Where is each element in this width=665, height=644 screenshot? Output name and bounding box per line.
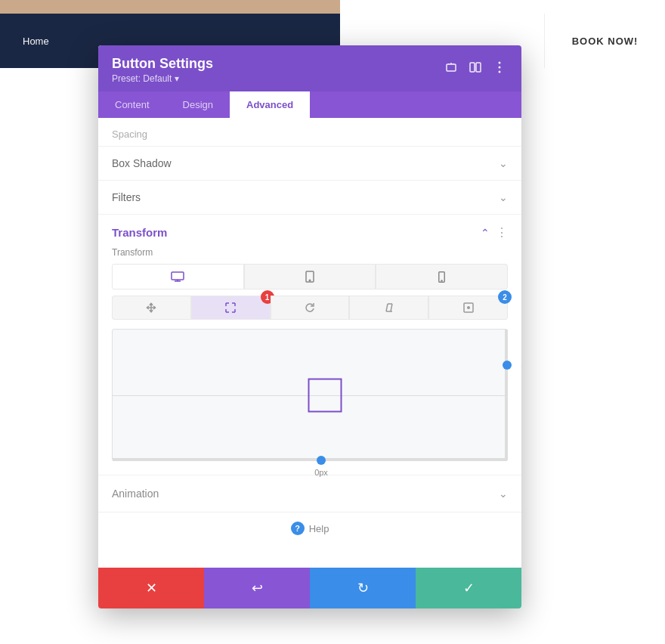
vertical-slider-track	[505, 330, 508, 460]
transform-label: Transform	[112, 247, 508, 258]
svg-rect-6	[172, 272, 184, 280]
vertical-slider-label: 50px	[521, 361, 521, 370]
transform-preview-box	[308, 378, 342, 412]
book-now-button[interactable]: BOOK NOW!	[544, 14, 665, 68]
modal-body: Spacing Box Shadow ⌄ Filters ⌄ Transform…	[98, 118, 521, 568]
svg-point-4	[499, 67, 501, 69]
animation-title: Animation	[112, 488, 159, 500]
modal-footer: ✕ ↩ ↻ ✓	[98, 568, 521, 608]
horizontal-slider-label: 0px	[314, 468, 328, 477]
transform-more-icon[interactable]: ⋮	[496, 225, 508, 240]
device-selector	[112, 264, 508, 289]
help-icon: ?	[291, 522, 305, 535]
transform-move-btn[interactable]	[112, 296, 191, 320]
svg-point-3	[499, 62, 501, 64]
box-shadow-section[interactable]: Box Shadow ⌄	[98, 147, 521, 181]
undo-button[interactable]: ↩	[204, 568, 310, 608]
box-shadow-title: Box Shadow	[112, 157, 172, 169]
tab-advanced[interactable]: Advanced	[230, 91, 310, 118]
animation-section[interactable]: Animation ⌄	[98, 475, 521, 512]
transform-origin-btn[interactable]: 2	[428, 296, 508, 320]
filters-title: Filters	[112, 191, 141, 203]
button-settings-modal: Button Settings Preset: Default ▾	[98, 45, 521, 608]
transform-scale-btn[interactable]: 1	[191, 296, 271, 320]
device-desktop-btn[interactable]	[112, 264, 244, 289]
nav-item-home[interactable]: Home	[23, 36, 49, 47]
modal-header: Button Settings Preset: Default ▾	[98, 45, 521, 91]
tab-content[interactable]: Content	[98, 91, 166, 118]
horizontal-slider-track	[113, 458, 507, 461]
columns-icon[interactable]	[467, 59, 484, 76]
horizontal-slider-handle[interactable]	[317, 456, 326, 465]
svg-rect-2	[476, 63, 481, 72]
device-tablet-btn[interactable]	[244, 264, 376, 289]
transform-header-right: ⌃ ⋮	[481, 225, 508, 240]
save-button[interactable]: ✓	[416, 568, 521, 608]
modal-preset[interactable]: Preset: Default ▾	[112, 73, 213, 84]
filters-section[interactable]: Filters ⌄	[98, 181, 521, 215]
redo-button[interactable]: ↻	[310, 568, 416, 608]
animation-chevron-icon: ⌄	[499, 488, 508, 500]
transform-type-selector: 1	[112, 296, 508, 320]
modal-header-actions	[443, 59, 508, 76]
tab-design[interactable]: Design	[166, 91, 230, 118]
spacing-section-label: Spacing	[98, 118, 521, 147]
transform-title: Transform	[112, 226, 167, 239]
svg-rect-1	[470, 63, 475, 72]
svg-point-10	[441, 280, 442, 280]
more-options-icon[interactable]	[491, 59, 508, 76]
svg-rect-0	[447, 64, 456, 71]
svg-point-12	[467, 306, 470, 309]
nav-top-bar	[0, 0, 340, 14]
transform-canvas: 50px 0px	[112, 329, 508, 461]
transform-skew-btn[interactable]	[349, 296, 428, 320]
transform-header: Transform ⌃ ⋮	[112, 215, 508, 247]
device-mobile-btn[interactable]	[376, 264, 508, 289]
transform-section: Transform ⌃ ⋮ Transform	[98, 215, 521, 475]
transform-rotate-btn[interactable]	[271, 296, 350, 320]
modal-title: Button Settings	[112, 56, 213, 72]
box-shadow-chevron-icon: ⌄	[499, 157, 508, 169]
cancel-button[interactable]: ✕	[98, 568, 204, 608]
modal-header-left: Button Settings Preset: Default ▾	[112, 56, 213, 84]
modal-tabs: Content Design Advanced	[98, 91, 521, 118]
help-area[interactable]: ? Help	[98, 512, 521, 547]
vertical-slider-handle[interactable]	[503, 361, 512, 370]
help-label: Help	[309, 523, 329, 534]
fullscreen-icon[interactable]	[443, 59, 459, 76]
transform-badge-2: 2	[498, 290, 512, 304]
filters-chevron-icon: ⌄	[499, 191, 508, 203]
svg-point-5	[499, 71, 501, 73]
transform-chevron-icon[interactable]: ⌃	[481, 227, 490, 239]
svg-point-8	[309, 280, 311, 281]
